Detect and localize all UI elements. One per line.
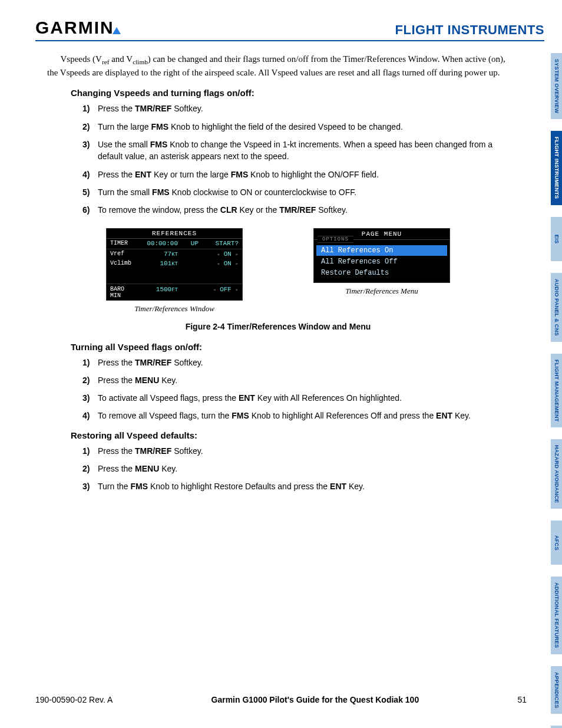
right-arrow-icon: ▸: [236, 252, 239, 258]
section-heading: Turning all Vspeed flags on/off:: [71, 342, 509, 352]
side-tab[interactable]: HAZARD AVOIDANCE: [551, 439, 562, 509]
procedure-step: Press the MENU Key.: [82, 374, 509, 386]
menu-item[interactable]: All References On: [316, 245, 447, 256]
side-tab[interactable]: ADDITIONAL FEATURES: [551, 577, 562, 654]
side-tab[interactable]: AFCS: [551, 521, 562, 565]
procedure-list: Press the TMR/REF Softkey.Turn the large…: [82, 103, 509, 216]
side-tabs: SYSTEM OVERVIEWFLIGHT INSTRUMENTSEISAUDI…: [551, 53, 562, 728]
figure-title: Figure 2-4 Timer/References Window and M…: [47, 322, 509, 331]
procedure-step: Turn the large FMS Knob to highlight the…: [82, 121, 509, 133]
right-arrow-icon: ▸: [236, 287, 239, 293]
page-header: GARMIN FLIGHT INSTRUMENTS: [35, 18, 544, 41]
vspeed-row: Vclimb101KT◂ ON ▸: [107, 259, 242, 268]
menu-figure: PAGE MENU OPTIONS All References OnAll R…: [313, 228, 450, 314]
figure-caption: Timer/References Window: [106, 304, 243, 314]
procedure-step: Press the TMR/REF Softkey.: [82, 103, 509, 114]
vspeed-row: Vref77KT◂ ON ▸: [107, 249, 242, 259]
left-arrow-icon: ◂: [213, 287, 216, 293]
side-tab[interactable]: SYSTEM OVERVIEW: [551, 53, 562, 119]
doc-title: Garmin G1000 Pilot's Guide for the Quest…: [211, 695, 419, 704]
procedure-step: To remove the window, press the CLR Key …: [82, 204, 509, 216]
figure-caption: Timer/References Menu: [313, 286, 450, 296]
procedure-step: Turn the FMS Knob to highlight Restore D…: [82, 480, 509, 492]
section-heading: Restoring all Vspeed defaults:: [71, 430, 509, 440]
doc-number: 190-00590-02 Rev. A: [35, 695, 113, 704]
side-tab[interactable]: FLIGHT MANAGEMENT: [551, 354, 562, 428]
options-label: OPTIONS: [318, 236, 353, 243]
procedure-step: Press the ENT Key or turn the large FMS …: [82, 169, 509, 180]
procedure-step: To remove all Vspeed flags, turn the FMS…: [82, 410, 509, 421]
baro-row: BARO MIN 1500FT ◂ OFF ▸: [107, 284, 242, 300]
left-arrow-icon: ◂: [217, 261, 220, 267]
left-arrow-icon: ◂: [217, 252, 220, 258]
procedure-step: Turn the small FMS Knob clockwise to ON …: [82, 186, 509, 198]
chapter-title: FLIGHT INSTRUMENTS: [395, 22, 544, 38]
page-menu-window: PAGE MENU OPTIONS All References OnAll R…: [313, 228, 450, 283]
brand-text: GARMIN: [35, 18, 114, 38]
side-tab[interactable]: EIS: [551, 217, 562, 261]
procedure-list: Press the TMR/REF Softkey.Press the MENU…: [82, 357, 509, 422]
timer-row: TIMER 00:00:00 UP START?: [107, 239, 242, 249]
procedure-step: Press the TMR/REF Softkey.: [82, 357, 509, 368]
side-tab[interactable]: FLIGHT INSTRUMENTS: [551, 131, 562, 205]
lcd-title: REFERENCES: [107, 229, 242, 239]
procedure-step: Press the TMR/REF Softkey.: [82, 445, 509, 457]
references-window: REFERENCES TIMER 00:00:00 UP START? Vref…: [106, 228, 243, 301]
section-heading: Changing Vspeeds and turning flags on/of…: [71, 88, 509, 98]
brand-delta-icon: [113, 27, 121, 34]
side-tab[interactable]: APPENDICES: [551, 666, 562, 714]
menu-item[interactable]: Restore Defaults: [316, 268, 447, 278]
procedure-step: To activate all Vspeed flags, press the …: [82, 392, 509, 404]
procedure-step: Use the small FMS Knob to change the Vsp…: [82, 139, 509, 163]
side-tab[interactable]: INDEX: [551, 726, 562, 728]
intro-paragraph: Vspeeds (Vref and Vclimb) can be changed…: [47, 53, 509, 78]
figure-row: REFERENCES TIMER 00:00:00 UP START? Vref…: [71, 228, 485, 314]
page-content: Vspeeds (Vref and Vclimb) can be changed…: [35, 53, 544, 493]
procedure-step: Press the MENU Key.: [82, 463, 509, 475]
right-arrow-icon: ▸: [236, 261, 239, 267]
page-footer: 190-00590-02 Rev. A Garmin G1000 Pilot's…: [35, 695, 527, 704]
references-figure: REFERENCES TIMER 00:00:00 UP START? Vref…: [106, 228, 243, 314]
menu-item[interactable]: All References Off: [316, 256, 447, 267]
page-number: 51: [517, 695, 527, 704]
procedure-list: Press the TMR/REF Softkey.Press the MENU…: [82, 445, 509, 493]
side-tab[interactable]: AUDIO PANEL & CNS: [551, 273, 562, 342]
brand-logo: GARMIN: [35, 18, 121, 38]
